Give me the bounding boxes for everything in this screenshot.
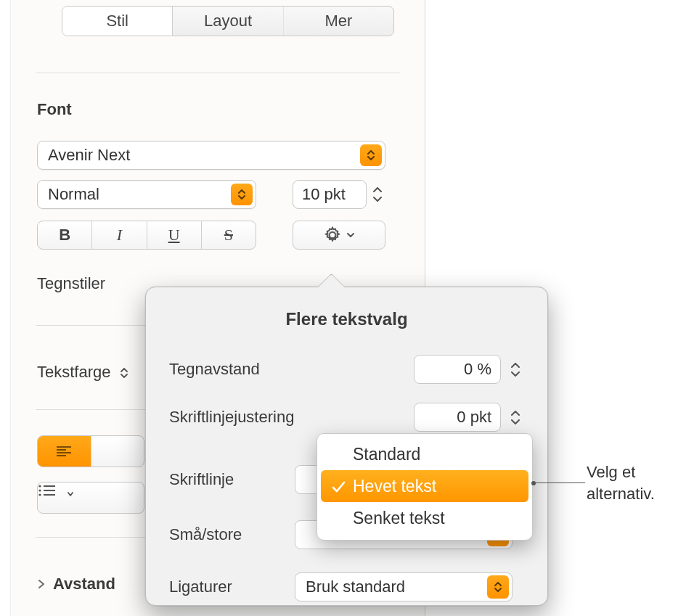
align-left-button[interactable] xyxy=(38,436,91,467)
char-spacing-value: 0 % xyxy=(464,360,491,379)
baseline-shift-field[interactable]: 0 pkt xyxy=(414,403,501,432)
font-section-label: Font xyxy=(37,100,72,119)
font-weight-value: Normal xyxy=(48,185,99,204)
svg-point-1 xyxy=(38,489,41,491)
chevron-down-icon xyxy=(510,371,520,377)
section-divider xyxy=(36,73,400,73)
align-left-icon xyxy=(56,445,72,457)
check-icon xyxy=(331,479,346,498)
menu-item-senket-tekst[interactable]: Senket tekst xyxy=(321,502,528,534)
baseline-shift-label: Skriftlinjejustering xyxy=(169,408,294,427)
text-style-seg: B I U S xyxy=(37,221,256,250)
caps-label: Små/store xyxy=(169,525,242,544)
bullet-list-icon xyxy=(38,484,58,497)
tab-mer[interactable]: Mer xyxy=(284,7,393,36)
menu-item-hevet-tekst[interactable]: Hevet tekst xyxy=(321,470,528,502)
strikethrough-button[interactable]: S xyxy=(201,221,256,249)
chevron-down-icon xyxy=(346,232,355,238)
baseline-shift-value: 0 pkt xyxy=(457,408,491,427)
char-spacing-field[interactable]: 0 % xyxy=(414,355,501,384)
font-size-field[interactable]: 10 pkt xyxy=(293,180,367,209)
font-family-select[interactable]: Avenir Next xyxy=(37,141,385,170)
char-styles-label: Tegnstiler xyxy=(37,274,105,293)
view-tabs: Stil Layout Mer xyxy=(62,6,394,36)
font-family-value: Avenir Next xyxy=(48,146,130,165)
align-center-button[interactable] xyxy=(91,436,144,467)
bold-button[interactable]: B xyxy=(38,221,91,249)
ligatures-select[interactable]: Bruk standard xyxy=(295,572,513,601)
chevron-right-icon xyxy=(37,578,46,590)
spacing-disclosure[interactable]: Avstand xyxy=(37,569,115,599)
chevron-down-icon xyxy=(510,419,520,424)
list-style-button[interactable] xyxy=(38,482,144,513)
spacing-label: Avstand xyxy=(53,575,115,594)
chevron-up-icon xyxy=(510,363,520,369)
gear-icon xyxy=(323,226,342,245)
underline-button[interactable]: U xyxy=(147,221,201,249)
char-spacing-stepper[interactable] xyxy=(508,355,523,384)
popover-title: Flere tekstvalg xyxy=(146,309,547,329)
text-color-label: Tekstfarge xyxy=(37,363,128,382)
font-size-stepper[interactable] xyxy=(371,180,384,209)
chevron-up-icon xyxy=(372,187,383,193)
tab-layout[interactable]: Layout xyxy=(173,7,282,36)
baseline-shift-stepper[interactable] xyxy=(508,403,523,432)
chevron-down-icon xyxy=(372,196,383,202)
callout-text: Velg et alternativ. xyxy=(587,461,681,504)
svg-point-0 xyxy=(38,485,41,487)
ligatures-label: Ligaturer xyxy=(169,578,232,596)
script-menu: Standard Hevet tekst Senket tekst xyxy=(317,433,533,541)
chevron-up-icon xyxy=(510,411,520,416)
indent-seg xyxy=(37,482,144,514)
script-label: Skriftlinje xyxy=(169,470,234,489)
callout-leader-line xyxy=(533,482,585,483)
chevron-up-down-icon xyxy=(120,367,128,379)
advanced-text-button[interactable] xyxy=(293,221,385,250)
chevron-up-down-icon xyxy=(231,184,253,205)
char-spacing-label: Tegnavstand xyxy=(169,360,260,379)
text-alignment-seg xyxy=(37,435,144,467)
chevron-up-down-icon xyxy=(487,575,509,599)
italic-button[interactable]: I xyxy=(91,221,146,249)
font-weight-select[interactable]: Normal xyxy=(37,180,256,209)
font-size-value: 10 pkt xyxy=(302,185,346,204)
tab-stil[interactable]: Stil xyxy=(62,7,172,36)
menu-item-standard[interactable]: Standard xyxy=(321,438,528,470)
chevron-down-icon xyxy=(67,485,74,497)
chevron-up-down-icon xyxy=(360,144,382,166)
svg-point-2 xyxy=(38,493,41,496)
menu-item-label: Hevet tekst xyxy=(353,477,436,496)
ligatures-value: Bruk standard xyxy=(306,578,405,596)
